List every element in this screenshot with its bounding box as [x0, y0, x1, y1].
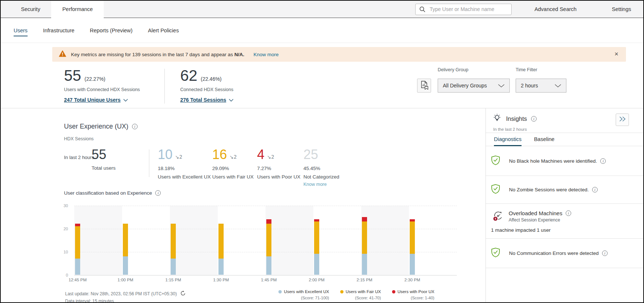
chart-bar-2-30-PM[interactable] [410, 219, 415, 275]
banner-know-more-link[interactable]: Know more [253, 52, 278, 57]
stat-sessions-connected: 62 (22.46%) Connected HDX Sessions 276 T… [180, 68, 234, 103]
tab-performance[interactable]: Performance [51, 1, 104, 18]
legend-label: Users with Fair UX [346, 289, 381, 294]
chart-band [170, 206, 218, 275]
time-filter-dropdown[interactable]: 2 hours [516, 79, 566, 93]
legend-dot-icon [278, 290, 282, 293]
ux-section-title: User Experience (UX) [64, 123, 138, 130]
metric-poor-value: 4 [257, 148, 264, 161]
insight-overloaded-title: Overloaded Machines [509, 210, 562, 216]
export-report-button[interactable] [417, 79, 431, 93]
gridline [74, 206, 457, 206]
delivery-group-value: All Delivery Groups [443, 83, 487, 89]
total-sessions-text[interactable]: 276 Total Sessions [180, 97, 226, 103]
chart-bar-1-30-PM[interactable] [218, 224, 224, 275]
insight-text: No Communication Errors were detected [509, 250, 599, 256]
legend-item[interactable]: Users with Fair UX(Score: 41-70) [340, 289, 381, 300]
collapse-panel-button[interactable] [616, 113, 629, 126]
tab-diagnostics[interactable]: Diagnostics [494, 133, 522, 146]
bar-segment [123, 256, 128, 275]
lightbulb-icon [492, 113, 502, 125]
info-icon[interactable] [531, 116, 537, 122]
stat-users-connected: 55 (22.27%) Users with Connected HDX Ses… [64, 68, 140, 103]
double-chevron-right-icon [619, 116, 626, 123]
info-icon[interactable] [155, 190, 161, 196]
chevron-down-icon [555, 83, 561, 89]
bar-segment [75, 259, 80, 275]
bar-segment [266, 256, 271, 275]
gridline [74, 252, 457, 252]
info-icon[interactable] [592, 187, 598, 192]
metric-fair-value: 16 [212, 148, 227, 161]
subnav-reports[interactable]: Reports (Preview) [90, 28, 132, 36]
info-icon[interactable] [566, 210, 571, 216]
chart-bar-1-15-PM[interactable] [171, 224, 176, 275]
insights-timeframe: In the last 2 hours [493, 127, 637, 131]
metric-fair-label: Users with Fair UX [212, 174, 254, 180]
bar-segment [362, 217, 367, 222]
bar-segment [218, 259, 224, 275]
chart-band [74, 206, 122, 275]
legend-score: (Score: 1-40) [411, 296, 434, 300]
subnav-infrastructure[interactable]: Infrastructure [43, 28, 74, 36]
product-tabs: Security Performance [1, 1, 104, 18]
legend-item[interactable]: Users with Excellent UX(Score: 71-100) [278, 289, 329, 300]
ux-chart-y-axis: 0102030 [56, 206, 71, 275]
close-icon[interactable] [613, 50, 620, 58]
metric-excellent-ux: 10 ↘2 18.18% Users with Excellent UX [158, 148, 211, 180]
chart-bar-2-15-PM[interactable] [362, 217, 367, 275]
chart-bar-2-00-PM[interactable] [314, 219, 319, 275]
delivery-group-label: Delivery Group [438, 67, 468, 72]
bar-segment [218, 224, 224, 259]
stat-users-percent: (22.27%) [85, 76, 106, 82]
app-window: Security Performance Advanced Search Set… [0, 0, 644, 303]
subnav-alert-policies[interactable]: Alert Policies [148, 28, 179, 36]
settings-link[interactable]: Settings [612, 6, 631, 12]
trend-down-icon: ↘2 [267, 154, 274, 161]
tab-baseline[interactable]: Baseline [534, 133, 555, 146]
search-box [415, 4, 512, 15]
bar-segment [123, 224, 128, 256]
y-axis-tick: 10 [64, 250, 68, 254]
legend-item[interactable]: Users with Poor UX(Score: 1-40) [392, 289, 434, 300]
info-icon[interactable] [132, 124, 138, 129]
refresh-icon[interactable] [180, 291, 186, 297]
metric-notcat-know-more-link[interactable]: Know more [303, 182, 339, 187]
insight-text: No Black hole Machines were identified. [509, 158, 597, 164]
insight-zombie-sessions: No Zombie Sessions were detected. [486, 176, 644, 204]
overloaded-machine-icon [492, 210, 504, 223]
metric-excellent-label: Users with Excellent UX [158, 174, 211, 180]
chart-bar-1-00-PM[interactable] [123, 224, 128, 275]
data-interval-text: Data interval: 15 minutes [65, 299, 114, 303]
warning-banner: Key metrics are missing for 139 sessions… [52, 47, 626, 62]
info-icon[interactable] [600, 158, 606, 164]
info-icon[interactable] [602, 250, 608, 256]
total-unique-users-link[interactable]: 247 Total Unique Users [64, 97, 140, 103]
insight-text: No Zombie Sessions were detected. [509, 187, 589, 192]
bar-segment [266, 219, 271, 224]
insight-overloaded-subtitle: Affect Session Experience [509, 217, 571, 223]
chart-bar-1-45-PM[interactable] [266, 219, 271, 275]
stat-sessions-value: 62 [180, 68, 198, 83]
metric-notcat-value: 25 [303, 148, 318, 161]
advanced-search-link[interactable]: Advanced Search [534, 6, 576, 12]
total-unique-users-text[interactable]: 247 Total Unique Users [64, 97, 121, 103]
trend-down-icon: ↘2 [230, 154, 237, 161]
y-axis-tick: 20 [64, 227, 68, 231]
total-sessions-link[interactable]: 276 Total Sessions [180, 97, 234, 103]
legend-label: Users with Excellent UX [284, 289, 329, 294]
shield-check-icon [491, 155, 500, 167]
legend-score: (Score: 41-70) [355, 296, 381, 300]
banner-message: Key metrics are missing for 139 sessions… [71, 52, 244, 57]
tab-security[interactable]: Security [10, 1, 51, 18]
x-axis-tick: 1:15 PM [166, 278, 181, 282]
last-update-text: Last update: Nov 28th, 2023, 02:56 PM IS… [65, 291, 177, 296]
insight-black-hole-machines: No Black hole Machines were identified. [486, 146, 644, 176]
chevron-down-icon [498, 83, 505, 89]
search-input[interactable] [415, 4, 512, 15]
chart-bar-12-45-PM[interactable] [75, 224, 80, 275]
delivery-group-dropdown[interactable]: All Delivery Groups [438, 79, 510, 93]
subnav-users[interactable]: Users [14, 28, 28, 36]
insights-tabs: Diagnostics Baseline [486, 133, 644, 146]
insights-panel: Insights In the last 2 hours Diagnostics… [485, 108, 644, 303]
